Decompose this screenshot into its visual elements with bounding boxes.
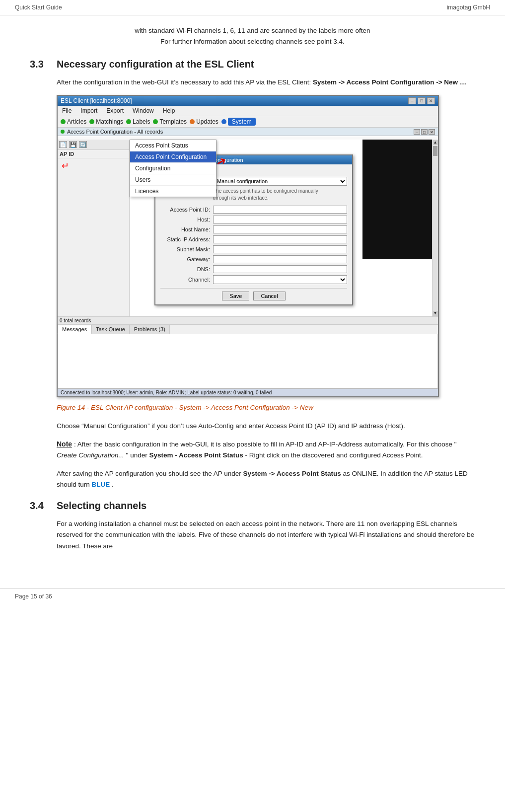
cancel-button[interactable]: Cancel [253, 292, 285, 300]
dropdown-users[interactable]: Users [130, 174, 216, 186]
channel-label: Channel: [160, 277, 210, 283]
dropdown-access-point-config[interactable]: Access Point Configuration [130, 151, 216, 163]
intro-line2: For further information about selecting … [30, 36, 475, 47]
section-3-4-heading: 3.4 Selecting channels [30, 500, 475, 512]
updates-dot [190, 119, 195, 124]
scrollbar-thumb[interactable] [433, 146, 437, 156]
para3-period: . [112, 481, 114, 488]
ap-config-min-btn[interactable]: – [414, 129, 420, 135]
page-footer: Page 15 of 36 [0, 589, 505, 604]
menu-export[interactable]: Export [105, 107, 125, 115]
task-queue-tab[interactable]: Task Queue [91, 325, 130, 334]
page-header: Quick Start Guide imagotag GmbH [0, 0, 505, 15]
static-ip-label: Static IP Address: [160, 236, 210, 242]
menu-file[interactable]: File [61, 107, 73, 115]
messages-tabs: Messages Task Queue Problems (3) [58, 325, 438, 334]
page-content: with standard Wi-Fi channels 1, 6, 11 an… [0, 15, 505, 569]
header-left: Quick Start Guide [15, 4, 62, 11]
sidebar-toolbar: 📄 💾 🔄 [58, 140, 129, 150]
ap-id-label: Access Point ID: [160, 207, 210, 213]
manual-config-note: The access point has to be configured ma… [213, 188, 347, 202]
sidebar-icon-3[interactable]: 🔄 [79, 141, 87, 148]
sidebar-arrow-icon: ↵ [62, 160, 129, 171]
header-right: imagotag GmbH [447, 4, 490, 11]
note-paragraph: Note : After the basic configuration in … [57, 439, 475, 461]
esl-main-scrollbar[interactable]: ▲ ▼ [432, 140, 438, 316]
esl-content-area: Access Point Status Access Point Configu… [130, 140, 432, 316]
labels-dot [126, 119, 131, 124]
note-italic-text: Create Configuration... [57, 451, 124, 459]
ap-config-header-bar: Access Point Configuration - All records… [58, 128, 438, 136]
note-text2: " under [126, 451, 147, 459]
ap-config-dot [61, 130, 65, 134]
section-3-3-heading: 3.3 Necessary configuration at the ESL C… [30, 59, 475, 70]
esl-toolbar: Articles Matchings Labels Templates Upda… [58, 116, 438, 128]
menu-window[interactable]: Window [131, 107, 155, 115]
dropdown-access-point-status[interactable]: Access Point Status [130, 140, 216, 151]
subnet-input[interactable] [213, 245, 347, 253]
menu-import[interactable]: Import [79, 107, 99, 115]
toolbar-labels: Labels [126, 118, 150, 125]
section-3-4-para1: For a working installation a channel mus… [57, 518, 475, 552]
static-ip-row: Static IP Address: [160, 235, 347, 243]
intro-block: with standard Wi-Fi channels 1, 6, 11 an… [30, 25, 475, 47]
esl-titlebar: ESL Client [localhost:8000] – □ ✕ [58, 96, 438, 106]
esl-client-window: ESL Client [localhost:8000] – □ ✕ File I… [57, 95, 439, 397]
restore-btn[interactable]: □ [418, 97, 426, 104]
note-colon-text: : After the basic configuration in the w… [74, 441, 457, 448]
esl-titlebar-buttons: – □ ✕ [408, 97, 435, 104]
save-button[interactable]: Save [222, 292, 249, 300]
section-3-4-body: For a working installation a channel mus… [57, 518, 475, 552]
toolbar-matchings: Matchings [89, 118, 123, 125]
para3-blue: BLUE [92, 481, 110, 488]
menu-help[interactable]: Help [161, 107, 177, 115]
ap-config-header-btns: – □ ✕ [414, 129, 435, 135]
ap-config-max-btn[interactable]: □ [421, 129, 428, 135]
system-button[interactable]: System [228, 118, 256, 126]
esl-window-title: ESL Client [localhost:8000] [61, 97, 132, 104]
config-mode-select[interactable]: Manual configuration [213, 177, 347, 186]
gateway-label: Gateway: [160, 256, 210, 262]
messages-tab[interactable]: Messages [58, 325, 91, 334]
toolbar-templates: Templates [153, 118, 187, 125]
esl-main-area: Access Point Configuration - All records… [58, 128, 438, 316]
dropdown-configuration[interactable]: Configuration [130, 163, 216, 174]
ap-config-title-area: Access Point Configuration - All records [61, 129, 163, 135]
intro-line1: with standard Wi-Fi channels 1, 6, 11 an… [30, 25, 475, 36]
dns-input[interactable] [213, 265, 347, 273]
gateway-input[interactable] [213, 255, 347, 263]
hostname-input[interactable] [213, 225, 347, 233]
host-input[interactable] [213, 216, 347, 223]
figure-caption: Figure 14 - ESL Client AP configuration … [57, 402, 475, 413]
ap-config-close-btn[interactable]: ✕ [429, 129, 435, 135]
channel-row: Channel: [160, 275, 347, 284]
problems-tab[interactable]: Problems (3) [130, 325, 170, 334]
section-3-4-title: Selecting channels [57, 500, 146, 512]
subnet-row: Subnet Mask: [160, 245, 347, 253]
close-btn[interactable]: ✕ [427, 97, 435, 104]
esl-menubar: File Import Export Window Help [58, 106, 438, 116]
sidebar-icon-2[interactable]: 💾 [69, 141, 77, 148]
note-label: Note [57, 440, 72, 448]
ap-id-input[interactable] [213, 206, 347, 214]
page-number: Page 15 of 36 [15, 593, 52, 600]
redacted-area [362, 140, 432, 259]
static-ip-input[interactable] [213, 235, 347, 243]
toolbar-system[interactable]: System [221, 118, 256, 126]
section-3-3-para2: Choose “Manual Configuration” if you don… [57, 421, 475, 432]
esl-sidebar: 📄 💾 🔄 AP ID ↵ [58, 140, 130, 316]
ap-config-header-text: Access Point Configuration - All records [67, 129, 163, 135]
note-bold-text: System - Access Point Status [149, 451, 243, 459]
minimize-btn[interactable]: – [408, 97, 416, 104]
host-label: Host: [160, 217, 210, 222]
sidebar-icon-1[interactable]: 📄 [59, 141, 67, 148]
esl-bottom-status: Connected to localhost:8000; User: admin… [58, 388, 438, 396]
section-3-3-body: After the configuration in the web-GUI i… [57, 77, 475, 490]
host-row: Host: [160, 216, 347, 223]
dropdown-licences[interactable]: Licences [130, 186, 216, 197]
system-dot [221, 119, 226, 124]
esl-messages-area: Messages Task Queue Problems (3) [58, 324, 438, 388]
subnet-label: Subnet Mask: [160, 246, 210, 252]
channel-select[interactable] [213, 275, 347, 284]
messages-content [58, 334, 438, 388]
